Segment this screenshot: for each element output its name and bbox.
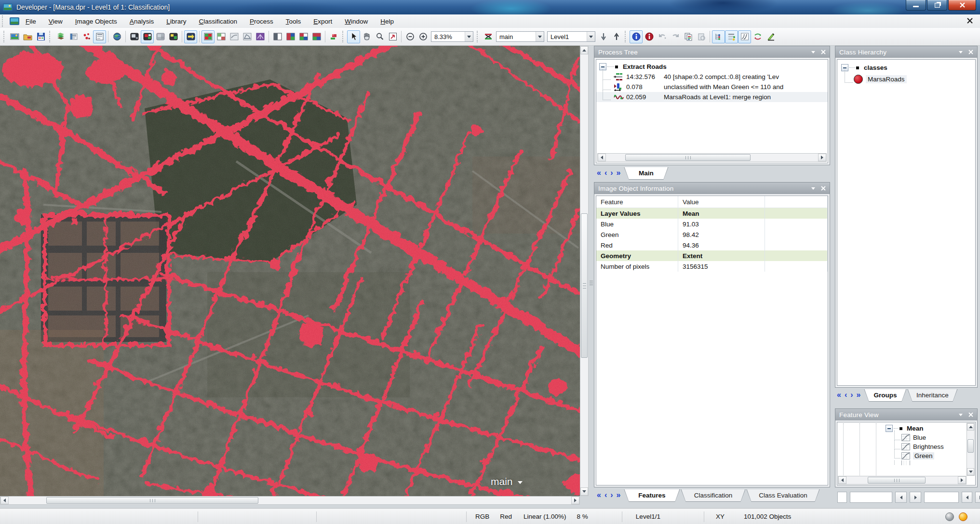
feature-view-header[interactable]: Feature View [835, 409, 977, 420]
map-combo-dropdown[interactable] [536, 32, 544, 41]
tab-prev-icon[interactable]: ‹ [604, 489, 607, 501]
accuracy-assessment-button[interactable] [751, 30, 764, 43]
process-tree-header[interactable]: Process Tree [594, 46, 830, 58]
workspace-button[interactable] [67, 30, 80, 43]
view-settings-button[interactable] [93, 30, 106, 43]
panel-menu-icon[interactable] [959, 414, 963, 416]
tab-inheritance[interactable]: Inheritance [907, 389, 957, 402]
import-layer-button[interactable] [54, 30, 67, 43]
table-row[interactable]: GeometryExtent [596, 250, 828, 261]
feature-row-highlighted[interactable]: Green [837, 451, 975, 460]
zoom-in-button[interactable] [416, 30, 430, 43]
view-objects-button[interactable] [167, 30, 180, 43]
panel-close-icon[interactable] [821, 50, 826, 54]
viewer-horizontal-scrollbar[interactable] [0, 496, 580, 505]
horizontal-scroll-thumb[interactable] [868, 477, 926, 484]
undo-button[interactable] [656, 30, 669, 43]
class-hierarchy-header[interactable]: Class Hierarchy [835, 46, 977, 58]
minimize-button[interactable] [906, 0, 926, 11]
map-combo[interactable]: main [496, 31, 544, 42]
feature-view-hscrollbar[interactable] [838, 476, 967, 485]
panel-menu-icon[interactable] [811, 51, 815, 53]
view-classification-button[interactable] [141, 30, 154, 43]
pixel-view-button[interactable] [201, 30, 215, 43]
object-mean-view-button[interactable] [215, 30, 228, 43]
toolbar-drag-handle[interactable] [3, 31, 6, 42]
scroll-left-button[interactable] [838, 476, 846, 484]
panel-menu-icon[interactable] [959, 51, 963, 53]
pager-prev-button[interactable] [895, 492, 907, 503]
scroll-right-button[interactable] [571, 497, 579, 504]
pager-next-button[interactable] [975, 492, 980, 503]
menu-library[interactable]: Library [160, 18, 192, 25]
zoom-combo-dropdown[interactable] [465, 32, 473, 41]
menu-image-objects[interactable]: Image Objects [69, 18, 123, 25]
feature-row[interactable]: Brightness [837, 442, 975, 451]
layer-mixing-button[interactable] [327, 30, 340, 43]
class-hierarchy-toggle-button[interactable] [725, 30, 738, 43]
level-down-button[interactable] [597, 30, 610, 43]
view-layer-button[interactable] [128, 30, 141, 43]
menu-file[interactable]: File [19, 18, 42, 25]
menu-classification[interactable]: Classification [192, 18, 243, 25]
tab-features[interactable]: Features [624, 489, 680, 502]
tab-first-icon[interactable]: « [597, 489, 601, 501]
navigate-tool-button[interactable] [386, 30, 399, 43]
sync-views-button[interactable] [184, 30, 197, 43]
samples-button[interactable] [80, 30, 93, 43]
horizontal-scroll-thumb[interactable] [625, 154, 751, 161]
menu-export[interactable]: Export [307, 18, 338, 25]
select-tool-button[interactable] [347, 30, 360, 43]
scroll-right-button[interactable] [958, 476, 966, 484]
vertical-scroll-thumb[interactable] [581, 213, 588, 358]
horizontal-scroll-thumb[interactable] [46, 497, 258, 504]
tab-next-icon[interactable]: › [850, 389, 853, 401]
tab-first-icon[interactable]: « [837, 389, 841, 401]
menu-analysis[interactable]: Analysis [123, 18, 160, 25]
vertical-scroll-thumb[interactable] [967, 439, 974, 453]
menu-window[interactable]: Window [338, 18, 374, 25]
restore-button[interactable] [927, 0, 947, 11]
close-button[interactable] [948, 0, 976, 11]
tab-last-icon[interactable]: » [617, 489, 621, 501]
single-pane-button[interactable] [271, 30, 284, 43]
split-pane-h-button[interactable] [310, 30, 323, 43]
tab-prev-icon[interactable]: ‹ [604, 167, 607, 179]
close-document-icon[interactable] [967, 18, 973, 24]
paste-ruleset-button[interactable] [695, 30, 708, 43]
pager-prev-button[interactable] [962, 492, 972, 503]
zoom-area-tool-button[interactable] [373, 30, 386, 43]
menu-tools[interactable]: Tools [280, 18, 308, 25]
tab-main[interactable]: Main [624, 167, 668, 180]
split-pane-4-button[interactable] [297, 30, 310, 43]
new-project-button[interactable] [8, 30, 21, 43]
feature-info-button[interactable] [643, 30, 656, 43]
tab-next-icon[interactable]: › [610, 167, 613, 179]
menu-process[interactable]: Process [243, 18, 280, 25]
process-tree-hscrollbar[interactable] [597, 153, 827, 162]
scroll-left-button[interactable] [0, 497, 9, 504]
table-row[interactable]: Red94.36 [596, 240, 828, 250]
tab-groups[interactable]: Groups [864, 389, 906, 402]
save-project-button[interactable] [34, 30, 47, 43]
menubar-drag-handle[interactable] [2, 15, 5, 27]
scroll-right-button[interactable] [818, 154, 826, 161]
level-up-button[interactable] [610, 30, 623, 43]
process-row[interactable]: 0.078 unclassified with Mean Green <= 11… [596, 82, 828, 92]
tab-class-evaluation[interactable]: Class Evaluation [746, 489, 819, 502]
scroll-down-button[interactable] [580, 487, 588, 496]
delete-level-button[interactable] [482, 30, 495, 43]
split-pane-2-button[interactable] [284, 30, 297, 43]
skeleton-view-button[interactable] [254, 30, 267, 43]
feature-view-toggle-button[interactable] [738, 30, 751, 43]
toolbar-group-handle[interactable] [49, 31, 52, 42]
panel-close-icon[interactable] [968, 50, 973, 54]
title-bar[interactable]: Developer - [Marsa.dpr - Level1 of 1: Cl… [0, 0, 980, 15]
feature-row-partial[interactable] [837, 460, 975, 465]
classification-map-viewer[interactable]: main [0, 46, 580, 496]
zoom-level-combo[interactable]: 8.33% [431, 31, 473, 42]
copy-ruleset-button[interactable] [682, 30, 695, 43]
feature-group-row[interactable]: Mean [837, 422, 975, 433]
class-row-marsaroads[interactable]: MarsaRoads [837, 73, 975, 85]
zoom-out-button[interactable] [403, 30, 416, 43]
